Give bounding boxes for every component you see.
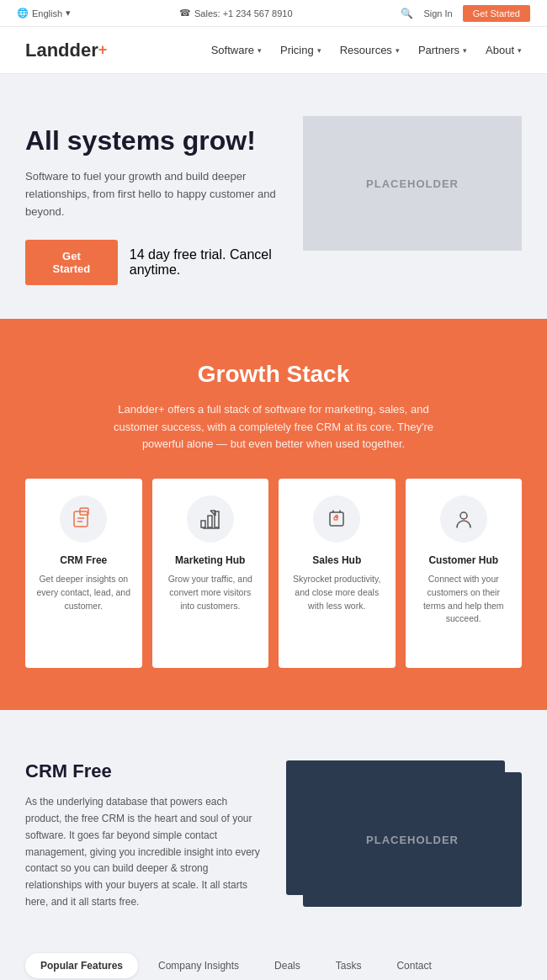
nav-item-about[interactable]: About ▾	[486, 44, 522, 56]
chevron-down-icon: ▾	[396, 46, 400, 55]
phone-icon: ☎	[179, 8, 191, 19]
nav-links: Software ▾ Pricing ▾ Resources ▾ Partner…	[211, 44, 522, 56]
customer-icon	[440, 495, 487, 543]
tab-deals[interactable]: Deals	[259, 953, 316, 978]
globe-icon: 🌐	[17, 8, 29, 19]
hero-content: All systems grow! Software to fuel your …	[25, 124, 303, 285]
svg-rect-5	[208, 516, 212, 527]
crm-image-placeholder: PLACEHOLDER	[303, 772, 522, 907]
tab-popular-features[interactable]: Popular Features	[25, 953, 138, 978]
logo-plus: +	[98, 41, 108, 59]
card-marketing[interactable]: Marketing Hub Grow your traffic, and con…	[152, 479, 269, 668]
phone-info: ☎ Sales: +1 234 567 8910	[179, 8, 293, 19]
card-crm-desc: Get deeper insights on every contact, le…	[35, 573, 132, 612]
tab-company-insights[interactable]: Company Insights	[143, 953, 254, 978]
card-sales-desc: Skyrocket productivity, and close more d…	[289, 573, 385, 612]
card-customer-title: Customer Hub	[416, 554, 512, 566]
nav-label-about: About	[486, 44, 514, 56]
tabs-section: Popular Features Company Insights Deals …	[0, 928, 547, 980]
growth-section: Growth Stack Landder+ offers a full stac…	[0, 319, 547, 710]
marketing-icon	[187, 495, 234, 543]
nav-item-software[interactable]: Software ▾	[211, 44, 262, 56]
chevron-down-icon: ▾	[66, 8, 71, 19]
crm-description: As the underlying database that powers e…	[25, 794, 261, 911]
card-marketing-desc: Grow your traffic, and convert more visi…	[162, 573, 259, 612]
sales-icon	[313, 495, 360, 543]
hero-cta-row: Get Started 14 day free trial. Cancel an…	[25, 240, 303, 285]
crm-heading: CRM Free	[25, 760, 261, 782]
search-icon[interactable]: 🔍	[401, 8, 413, 19]
nav-item-resources[interactable]: Resources ▾	[340, 44, 400, 56]
hero-trial-text: 14 day free trial. Cancel anytime.	[130, 247, 303, 278]
hero-image-placeholder: PLACEHOLDER	[303, 116, 522, 251]
language-label[interactable]: English	[32, 8, 62, 19]
nav-label-resources: Resources	[340, 44, 392, 56]
card-sales[interactable]: Sales Hub Skyrocket productivity, and cl…	[279, 479, 396, 668]
svg-rect-4	[201, 521, 205, 527]
topbar-right: 🔍 Sign In Get Started	[401, 5, 530, 22]
nav-label-software: Software	[211, 44, 254, 56]
crm-image-area: PLACEHOLDER	[286, 760, 522, 907]
hero-section: All systems grow! Software to fuel your …	[0, 74, 547, 319]
card-marketing-title: Marketing Hub	[162, 554, 259, 566]
nav-label-pricing: Pricing	[280, 44, 314, 56]
growth-description: Landder+ offers a full stack of software…	[97, 401, 450, 453]
cards-row: CRM Free Get deeper insights on every co…	[25, 479, 522, 668]
topbar-left: 🌐 English ▾	[17, 8, 71, 19]
nav-item-partners[interactable]: Partners ▾	[418, 44, 467, 56]
card-sales-title: Sales Hub	[289, 554, 385, 566]
growth-heading: Growth Stack	[25, 361, 522, 388]
logo[interactable]: Landder+	[25, 40, 107, 61]
chevron-down-icon: ▾	[518, 46, 522, 55]
crm-icon	[60, 495, 107, 543]
hero-get-started-button[interactable]: Get Started	[25, 240, 118, 285]
chevron-down-icon: ▾	[463, 46, 467, 55]
card-crm-title: CRM Free	[35, 554, 132, 566]
tab-contact[interactable]: Contact	[381, 953, 446, 978]
chevron-down-icon: ▾	[258, 46, 262, 55]
nav-label-partners: Partners	[418, 44, 459, 56]
card-customer[interactable]: Customer Hub Connect with your customers…	[406, 479, 523, 668]
chevron-down-icon: ▾	[317, 46, 321, 55]
tab-tasks[interactable]: Tasks	[321, 953, 377, 978]
svg-rect-0	[74, 511, 88, 527]
hero-headline: All systems grow!	[25, 124, 303, 156]
card-crm[interactable]: CRM Free Get deeper insights on every co…	[25, 479, 142, 668]
signin-link[interactable]: Sign In	[423, 8, 452, 19]
topbar: 🌐 English ▾ ☎ Sales: +1 234 567 8910 🔍 S…	[0, 0, 547, 27]
crm-section: CRM Free As the underlying database that…	[0, 710, 547, 928]
phone-number: Sales: +1 234 567 8910	[194, 8, 293, 19]
get-started-topbar-button[interactable]: Get Started	[463, 5, 530, 22]
svg-point-12	[460, 512, 467, 519]
card-customer-desc: Connect with your customers on their ter…	[416, 573, 512, 626]
navbar: Landder+ Software ▾ Pricing ▾ Resources …	[0, 27, 547, 74]
crm-content: CRM Free As the underlying database that…	[25, 760, 261, 911]
tabs-row: Popular Features Company Insights Deals …	[25, 953, 522, 978]
nav-item-pricing[interactable]: Pricing ▾	[280, 44, 321, 56]
hero-description: Software to fuel your growth and build d…	[25, 168, 303, 220]
crm-placeholder-text: PLACEHOLDER	[366, 834, 459, 846]
logo-text: Landder	[25, 40, 98, 61]
